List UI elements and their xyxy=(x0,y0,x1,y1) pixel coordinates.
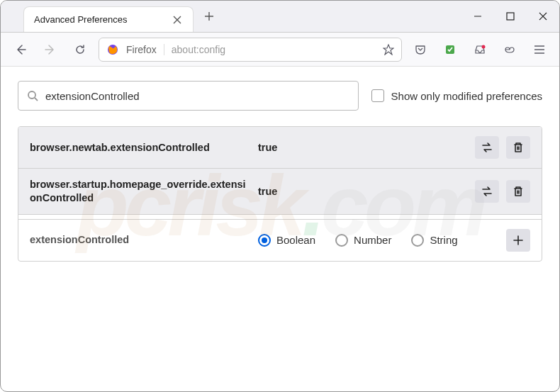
pref-value: true xyxy=(258,142,466,153)
radio-icon xyxy=(411,234,424,247)
pref-value: true xyxy=(258,186,466,197)
add-button[interactable] xyxy=(506,229,530,252)
browser-toolbar: Firefox about:config xyxy=(1,33,559,67)
checkbox-label-text: Show only modified preferences xyxy=(391,90,542,102)
new-pref-row: extensionControlled Boolean Number Strin… xyxy=(18,219,542,261)
type-number-radio[interactable]: Number xyxy=(335,234,391,247)
privacy-icon[interactable] xyxy=(498,38,521,61)
checkbox-icon xyxy=(371,89,384,102)
radio-label: Boolean xyxy=(276,234,315,246)
window-controls xyxy=(461,1,559,32)
new-tab-button[interactable] xyxy=(199,6,219,26)
search-box[interactable] xyxy=(18,81,359,111)
pref-row: browser.startup.homepage_override.extens… xyxy=(18,169,542,215)
reload-button[interactable] xyxy=(69,38,91,61)
pref-actions xyxy=(475,180,530,203)
search-icon xyxy=(27,90,38,101)
search-row: Show only modified preferences xyxy=(18,81,542,111)
pref-name: browser.startup.homepage_override.extens… xyxy=(30,178,250,205)
type-boolean-radio[interactable]: Boolean xyxy=(258,234,315,247)
pref-actions xyxy=(475,136,530,159)
toggle-button[interactable] xyxy=(475,136,499,159)
back-button[interactable] xyxy=(9,38,32,61)
window-titlebar: Advanced Preferences xyxy=(1,1,559,33)
pref-actions xyxy=(506,229,530,252)
maximize-button[interactable] xyxy=(494,1,527,32)
type-radio-group: Boolean Number String xyxy=(258,234,458,247)
close-window-button[interactable] xyxy=(527,1,559,32)
address-bar[interactable]: Firefox about:config xyxy=(99,38,402,62)
close-tab-icon[interactable] xyxy=(172,14,183,26)
delete-button[interactable] xyxy=(506,180,530,203)
pref-name: extensionControlled xyxy=(30,233,250,247)
pref-row: browser.newtab.extensionControlled true xyxy=(18,127,542,169)
pref-name: browser.newtab.extensionControlled xyxy=(30,141,250,155)
bookmark-star-icon[interactable] xyxy=(383,44,394,55)
inbox-icon[interactable] xyxy=(469,38,491,61)
pocket-icon[interactable] xyxy=(409,38,432,61)
radio-label: Number xyxy=(354,234,391,246)
content-area: Show only modified preferences browser.n… xyxy=(1,67,559,276)
hamburger-menu-icon[interactable] xyxy=(528,38,551,61)
show-modified-checkbox[interactable]: Show only modified preferences xyxy=(371,89,542,102)
firefox-icon xyxy=(106,43,119,56)
radio-label: String xyxy=(430,234,457,246)
minimize-button[interactable] xyxy=(461,1,494,32)
preferences-table: browser.newtab.extensionControlled true … xyxy=(18,126,542,262)
extension-icon[interactable] xyxy=(439,38,461,61)
tab-title: Advanced Preferences xyxy=(34,14,163,25)
forward-button[interactable] xyxy=(39,38,62,61)
url-text: about:config xyxy=(172,44,376,55)
search-input[interactable] xyxy=(45,90,349,102)
svg-point-4 xyxy=(28,91,35,99)
svg-rect-0 xyxy=(507,13,514,20)
radio-icon xyxy=(335,234,348,247)
svg-point-3 xyxy=(482,45,486,48)
type-string-radio[interactable]: String xyxy=(411,234,457,247)
radio-checked-icon xyxy=(258,234,271,247)
toggle-button[interactable] xyxy=(475,180,499,203)
browser-tab[interactable]: Advanced Preferences xyxy=(23,6,194,32)
delete-button[interactable] xyxy=(506,136,530,159)
identity-label: Firefox xyxy=(126,44,164,55)
